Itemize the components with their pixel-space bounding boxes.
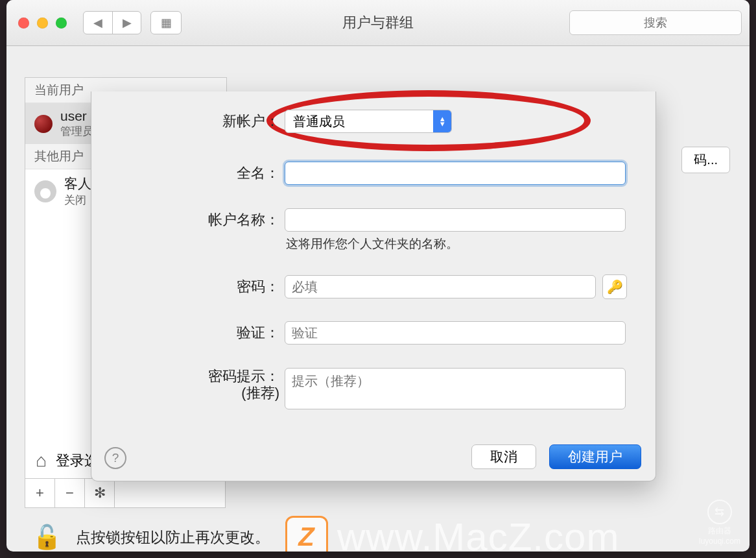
watermark-logo: Z <box>285 516 328 552</box>
user-actions-menu[interactable]: ✻ <box>85 479 115 507</box>
hint-input[interactable] <box>285 368 626 409</box>
sheet-buttons: 取消 创建用户 <box>471 444 641 469</box>
watermark: Z www.MacZ.com <box>285 515 619 552</box>
sidebar-item-labels: user 管理员 <box>60 108 93 139</box>
current-user-role: 管理员 <box>60 124 93 139</box>
guest-user-status: 关闭 <box>64 193 91 208</box>
main-area: 当前用户 user 管理员 其他用户 客人 关闭 ⌂ 登录选 <box>6 46 750 552</box>
lock-row: 🔓 点按锁按钮以防止再次更改。 <box>32 524 270 551</box>
corner-watermark: ⇆ 路由器 luyouqi.com <box>699 500 740 546</box>
hint-label: 密码提示： (推荐) <box>91 368 285 402</box>
account-type-select-wrap: 普通成员 ▴▾ <box>285 110 452 133</box>
verify-label: 验证： <box>91 323 285 343</box>
zoom-window-button[interactable] <box>56 18 67 29</box>
add-user-button[interactable]: + <box>25 479 55 507</box>
grid-icon: ▦ <box>161 16 172 30</box>
account-type-select[interactable]: 普通成员 <box>285 110 452 133</box>
account-name-label: 帐户名称： <box>91 210 285 230</box>
help-button[interactable]: ? <box>104 447 126 469</box>
new-account-sheet: 新帐户： 普通成员 ▴▾ 全名： 帐户名称： 这将用作您个人文件夹的名称。 <box>91 91 656 481</box>
nav-forward-button[interactable]: ▶ <box>112 12 141 34</box>
watermark-text: www.MacZ.com <box>337 515 619 552</box>
corner-sub: luyouqi.com <box>699 537 740 546</box>
remove-user-button[interactable]: − <box>55 479 85 507</box>
preferences-window: ◀ ▶ ▦ 用户与群组 当前用户 user 管理员 其他用户 <box>6 0 750 552</box>
search-input[interactable] <box>569 10 742 35</box>
hint-label-line1: 密码提示： <box>208 368 279 384</box>
account-name-help: 这将用作您个人文件夹的名称。 <box>286 236 458 252</box>
cancel-button[interactable]: 取消 <box>471 444 536 469</box>
avatar-icon <box>34 115 53 133</box>
minimize-window-button[interactable] <box>37 18 48 29</box>
sidebar-item-labels: 客人 关闭 <box>64 175 91 208</box>
new-account-label: 新帐户： <box>91 112 285 131</box>
nav-buttons: ◀ ▶ <box>83 11 141 34</box>
change-password-button[interactable]: 码... <box>681 147 730 173</box>
password-label: 密码： <box>91 277 285 297</box>
full-name-label: 全名： <box>91 164 285 183</box>
create-user-button[interactable]: 创建用户 <box>549 444 641 469</box>
search-wrap <box>569 10 742 35</box>
home-icon: ⌂ <box>36 450 47 471</box>
router-icon: ⇆ <box>707 500 732 524</box>
key-icon: 🔑 <box>607 279 623 295</box>
full-name-input[interactable] <box>285 162 626 185</box>
toolbar: ◀ ▶ ▦ 用户与群组 <box>6 0 750 46</box>
lock-description: 点按锁按钮以防止再次更改。 <box>76 528 270 548</box>
password-input[interactable] <box>285 275 596 298</box>
password-assistant-button[interactable]: 🔑 <box>602 274 627 299</box>
close-window-button[interactable] <box>18 18 29 29</box>
nav-back-button[interactable]: ◀ <box>84 12 112 34</box>
hint-label-line2: (推荐) <box>241 385 279 401</box>
guest-user-name: 客人 <box>64 175 91 193</box>
corner-label: 路由器 <box>699 526 740 537</box>
verify-input[interactable] <box>285 321 626 345</box>
current-user-name: user <box>60 108 93 124</box>
user-add-remove-row: + − ✻ <box>25 479 226 508</box>
window-controls <box>18 18 67 29</box>
show-all-button[interactable]: ▦ <box>150 11 182 34</box>
account-name-input[interactable] <box>285 208 626 232</box>
unlock-icon[interactable]: 🔓 <box>32 524 62 551</box>
select-arrows-icon: ▴▾ <box>433 110 451 132</box>
avatar-icon <box>34 180 56 202</box>
